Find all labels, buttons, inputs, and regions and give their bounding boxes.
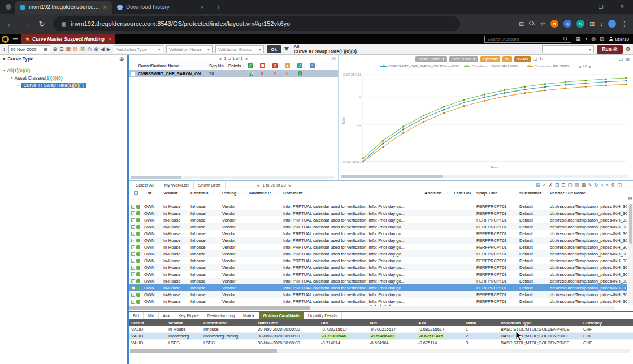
sort-icon[interactable]: ↕: [543, 192, 544, 195]
status-column-header[interactable]: ✗↕: [271, 63, 284, 68]
target-icon[interactable]: ◎: [87, 46, 92, 52]
sort-icon[interactable]: ↕: [153, 192, 154, 195]
sort-icon[interactable]: ↕: [213, 192, 215, 195]
chart-icon[interactable]: ≈: [606, 182, 609, 188]
column-header[interactable]: Pricing ...↕: [220, 190, 248, 196]
table-row[interactable]: ✓OWNIn-HouseInhouseVendorInfo: PRPTUAL c…: [129, 264, 627, 271]
tree-item[interactable]: ▾All(1)(0)(0): [0, 67, 127, 74]
browser-tab[interactable]: invm192.thegoldensource.com×: [15, 1, 112, 14]
table-orange-icon[interactable]: ▤: [73, 46, 78, 52]
browser-menu-icon[interactable]: ⋮: [621, 20, 627, 28]
bottom-tab-ask[interactable]: Ask: [159, 312, 175, 319]
calculator-icon[interactable]: ⊞: [576, 36, 580, 42]
find-in-page-icon[interactable]: [529, 21, 535, 27]
date-picker[interactable]: 30-Nov-2020 ▦: [8, 45, 50, 53]
table-row[interactable]: ✓OWNIn-HouseInhouseVendorInfo: PRPTUAL c…: [129, 244, 627, 250]
sort-icon[interactable]: ↕: [266, 64, 268, 68]
scrollbar-thumb[interactable]: [629, 204, 632, 244]
column-header[interactable]: Vendor: [166, 320, 201, 326]
bookmark-star-icon[interactable]: ☆: [540, 20, 545, 28]
sort-icon[interactable]: ↕: [446, 192, 448, 195]
cast-icon[interactable]: ⊡: [519, 20, 524, 28]
sort-icon[interactable]: ↕: [275, 192, 276, 195]
extension-s-icon[interactable]: S: [576, 20, 584, 28]
export-icon[interactable]: ▤: [536, 182, 540, 188]
splitter-icon[interactable]: ↕: [3, 46, 6, 52]
grid-tab-select-all[interactable]: Select All: [131, 181, 159, 189]
notifications-bell-icon[interactable]: ◍: [591, 36, 596, 42]
column-header[interactable]: Validation Type: [498, 320, 581, 326]
chart-hscrollbar[interactable]: [341, 175, 628, 178]
layers-green-icon[interactable]: ▥: [80, 46, 85, 52]
column-header[interactable]: Last Gol...↕: [452, 190, 475, 196]
table-row[interactable]: ✓OWNIn-HouseInhouseVendorInfo: PRPTUAL c…: [129, 250, 627, 257]
apps-icon[interactable]: ▤: [600, 36, 605, 42]
prev-series-icon[interactable]: ◀: [578, 64, 581, 68]
column-header[interactable]: Vendor File Name↕: [548, 190, 627, 196]
grid-red-icon[interactable]: ▦: [66, 46, 71, 52]
table-row[interactable]: ✓OWNIn-HouseInhouseVendorInfo: PRPTUAL c…: [129, 284, 627, 291]
sort-icon[interactable]: ↕: [179, 192, 180, 195]
table-row[interactable]: ✓OWNIn-HouseInhouseVendorInfo: PRPTUAL c…: [129, 210, 627, 216]
prev-page-icon[interactable]: ◀: [219, 57, 222, 60]
row-checkbox-icon[interactable]: ✓: [131, 205, 135, 209]
settings-icon[interactable]: ⚙: [610, 182, 615, 188]
table-row[interactable]: ✓OWNIn-HouseInhouseVendorInfo: PRPTUAL c…: [129, 203, 627, 210]
bottom-tab-golden-candidate[interactable]: Golden Candidate: [259, 312, 304, 319]
table-row[interactable]: ✓OWNIn-HouseInhouseVendorInfo: PRPTUAL c…: [129, 271, 627, 278]
sort-icon[interactable]: ↕: [242, 192, 244, 195]
legend-entry[interactable]: CVIRSSWRT_CHF_SARON_ON:30-Nov-2020: [380, 64, 459, 68]
row-checkbox-icon[interactable]: ✓: [131, 272, 135, 276]
row-checkbox-icon[interactable]: ✓: [131, 225, 135, 229]
back-icon[interactable]: ←: [6, 20, 15, 28]
column-header[interactable]: Rank: [463, 320, 498, 326]
row-checkbox-icon[interactable]: ✓: [131, 293, 135, 297]
bottom-tab-liquidity-details[interactable]: Liquidity Details: [304, 312, 342, 319]
table-row[interactable]: ✓OWNIn-HouseInhouseVendorInfo: PRPTUAL c…: [129, 216, 627, 223]
search-account-input[interactable]: [487, 37, 561, 42]
spread-button[interactable]: Spread: [480, 56, 500, 62]
grid-hscrollbar[interactable]: [129, 306, 615, 310]
scrollbar-thumb[interactable]: [341, 175, 443, 178]
tree-item[interactable]: •Curve IR Swap Rate(1)(0)( ): [0, 81, 127, 89]
row-checkbox-icon[interactable]: ✓: [131, 218, 135, 222]
run-button[interactable]: Run ◎: [597, 45, 623, 54]
column-header[interactable]: Status: [129, 320, 166, 326]
zoom-icon[interactable]: ⊕: [53, 46, 58, 52]
grid-tab-show-draft[interactable]: Show Draft: [194, 181, 226, 189]
xrel-button[interactable]: X-Rel: [514, 56, 531, 62]
column-header[interactable]: Currency: [581, 320, 633, 326]
row-checkbox-icon[interactable]: ✓: [131, 279, 135, 283]
grid-vscrollbar[interactable]: [628, 203, 633, 305]
row-checkbox-icon[interactable]: ✓: [131, 232, 135, 236]
add-row-icon[interactable]: ⊞: [555, 182, 559, 188]
column-chooser-icon[interactable]: ▤: [628, 196, 632, 201]
base-curve-select[interactable]: Base Curve ▾: [415, 56, 447, 62]
bottom-tab-bid[interactable]: Bid: [129, 312, 144, 319]
percent-button[interactable]: %: [502, 56, 512, 62]
row-checkbox-icon[interactable]: ✓: [131, 286, 135, 290]
clock-icon[interactable]: ◔: [584, 36, 587, 42]
sort-icon[interactable]: ↕: [242, 64, 244, 68]
tree-caret-icon[interactable]: ▾: [11, 76, 13, 80]
columns-icon[interactable]: ◫: [567, 182, 572, 188]
row-checkbox-icon[interactable]: ✓: [131, 239, 135, 242]
column-header[interactable]: Snap Time↕: [475, 190, 518, 196]
forward-nav-icon[interactable]: ▶: [107, 46, 111, 52]
grid-tab-my-worklist[interactable]: My WorkList: [159, 181, 194, 189]
back-nav-icon[interactable]: ◀: [101, 46, 105, 52]
status-column-header[interactable]: ■↕: [284, 63, 296, 68]
row-checkbox-icon[interactable]: ✓: [131, 259, 135, 263]
forward-icon[interactable]: →: [21, 20, 31, 28]
row-checkbox-icon[interactable]: ✓: [131, 266, 135, 270]
next-series-icon[interactable]: ▶: [589, 64, 592, 68]
sort-icon[interactable]: ↕: [254, 64, 255, 68]
merge-icon[interactable]: ▥: [574, 182, 579, 188]
select-all-checkbox[interactable]: [134, 191, 138, 195]
remove-row-icon[interactable]: ⊟: [561, 182, 565, 188]
sort-icon[interactable]: ↕: [587, 192, 588, 195]
bottom-tab-derivation-log[interactable]: Derivation Log: [203, 312, 239, 319]
status-column-header[interactable]: ✓↕: [246, 63, 259, 68]
validation-type-select[interactable]: Validation Type ▾: [114, 45, 163, 53]
next-page-icon[interactable]: ▶: [246, 57, 249, 60]
